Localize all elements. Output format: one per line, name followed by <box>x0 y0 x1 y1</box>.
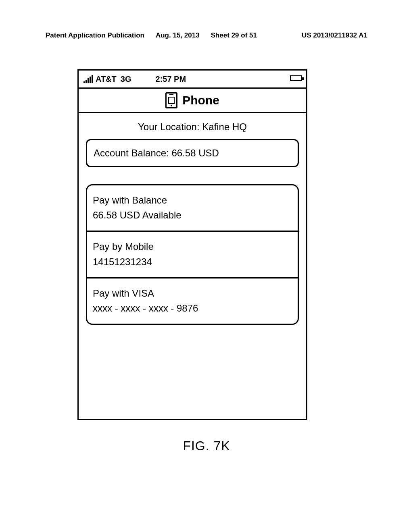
carrier-label: AT&T <box>96 75 117 84</box>
publication-number: US 2013/0211932 A1 <box>302 31 367 39</box>
account-balance-box: Account Balance: 66.58 USD <box>86 139 299 167</box>
page-title: Phone <box>182 94 219 107</box>
pay-by-mobile-option[interactable]: Pay by Mobile 14151231234 <box>87 231 298 277</box>
signal-icon <box>83 75 93 83</box>
location-row: Your Location: Kafine HQ <box>79 113 306 139</box>
title-bar: Phone <box>79 87 306 113</box>
balance-amount: 66.58 USD <box>171 148 219 158</box>
option-title: Pay with VISA <box>93 286 292 301</box>
payment-options: Pay with Balance 66.58 USD Available Pay… <box>86 184 299 325</box>
location-name: Kafine HQ <box>202 121 247 132</box>
pay-with-visa-option[interactable]: Pay with VISA xxxx - xxxx - xxxx - 9876 <box>87 277 298 324</box>
option-title: Pay by Mobile <box>93 239 292 254</box>
clock-label: 2:57 PM <box>156 75 186 84</box>
pay-with-balance-option[interactable]: Pay with Balance 66.58 USD Available <box>87 185 298 231</box>
battery-icon <box>290 75 302 81</box>
network-label: 3G <box>121 75 131 84</box>
option-subtitle: xxxx - xxxx - xxxx - 9876 <box>93 301 292 316</box>
page-header: Patent Application Publication Aug. 15, … <box>46 31 367 39</box>
sheet-number: Sheet 29 of 51 <box>211 31 257 39</box>
option-title: Pay with Balance <box>93 193 292 208</box>
phone-icon <box>165 92 177 108</box>
publication-label: Patent Application Publication <box>46 31 144 39</box>
publication-date: Aug. 15, 2013 <box>156 31 200 39</box>
figure-caption: FIG. 7K <box>0 438 413 453</box>
option-subtitle: 14151231234 <box>93 254 292 269</box>
status-bar: AT&T 3G 2:57 PM <box>79 71 306 87</box>
phone-mockup: AT&T 3G 2:57 PM Phone Your Location: Kaf… <box>77 69 307 420</box>
balance-label: Account Balance: <box>94 148 171 158</box>
location-prefix: Your Location: <box>138 121 202 132</box>
option-subtitle: 66.58 USD Available <box>93 208 292 222</box>
